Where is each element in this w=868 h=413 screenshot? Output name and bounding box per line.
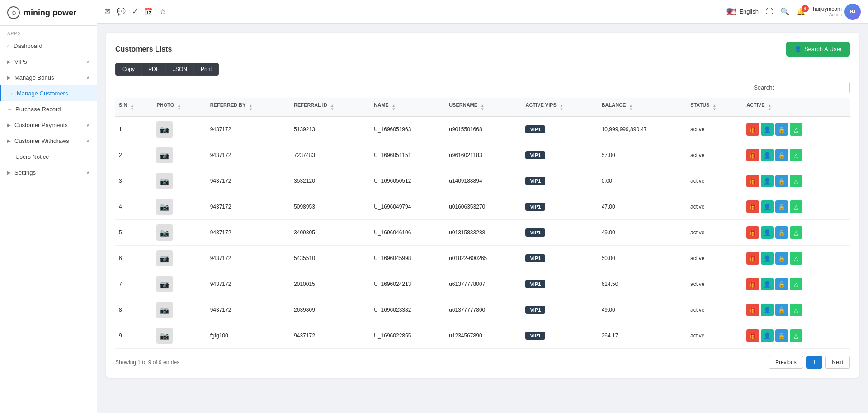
vip-badge: VIP1	[525, 125, 545, 133]
col-referral-id[interactable]: REFERRAL ID ▲▼	[290, 98, 370, 116]
customer-payments-arrow-icon: ▶	[7, 123, 11, 128]
user-button[interactable]: 👤	[761, 252, 774, 265]
manage-bonus-chevron-icon: ∧	[86, 75, 90, 80]
cell-photo: 📷	[153, 116, 206, 142]
notifications-icon[interactable]: 🔔 6	[797, 7, 806, 16]
customer-withdraws-arrow-icon: ▶	[7, 138, 11, 143]
cell-balance: 47.00	[598, 194, 687, 220]
gift-button[interactable]: 🎁	[746, 175, 759, 187]
gift-button[interactable]: 🎁	[746, 304, 759, 316]
cell-photo: 📷	[153, 168, 206, 194]
action-button[interactable]: △	[790, 123, 802, 136]
user-button[interactable]: 👤	[761, 329, 774, 342]
pdf-button[interactable]: PDF	[142, 63, 166, 76]
col-photo[interactable]: PHOTO ▲▼	[153, 98, 206, 116]
action-button[interactable]: △	[790, 252, 802, 265]
gift-button[interactable]: 🎁	[746, 329, 759, 342]
lock-button[interactable]: 🔒	[775, 278, 788, 290]
calendar-icon[interactable]: 📅	[144, 7, 153, 16]
sidebar-item-manage-bonus[interactable]: ▶ Manage Bonus ∧	[0, 70, 97, 85]
col-sn[interactable]: S.N ▲▼	[115, 98, 153, 116]
search-input[interactable]	[778, 82, 850, 93]
sidebar-item-dashboard[interactable]: ⌂ Dashboard	[0, 38, 97, 54]
action-button[interactable]: △	[790, 304, 802, 316]
copy-button[interactable]: Copy	[115, 63, 142, 76]
chat-icon[interactable]: 💬	[117, 7, 126, 16]
user-button[interactable]: 👤	[761, 304, 774, 316]
user-button[interactable]: 👤	[761, 175, 774, 187]
cell-balance: 49.00	[598, 297, 687, 323]
col-active[interactable]: ACTIVE ▲▼	[743, 98, 850, 116]
next-button[interactable]: Next	[825, 356, 850, 369]
gift-button[interactable]: 🎁	[746, 149, 759, 161]
sidebar-item-manage-customers[interactable]: → Manage Customers	[0, 85, 97, 101]
user-button[interactable]: 👤	[761, 226, 774, 239]
col-username[interactable]: USERNAME ▲▼	[445, 98, 522, 116]
user-button[interactable]: 👤	[761, 149, 774, 161]
cell-username: u01315833288	[445, 220, 522, 246]
gift-button[interactable]: 🎁	[746, 226, 759, 239]
gift-button[interactable]: 🎁	[746, 252, 759, 265]
cell-status: active	[687, 297, 743, 323]
camera-icon: 📷	[160, 125, 169, 134]
camera-icon: 📷	[160, 254, 169, 263]
photo-placeholder: 📷	[156, 199, 173, 215]
lock-button[interactable]: 🔒	[775, 123, 788, 136]
sidebar-item-users-notice[interactable]: → Users Notice	[0, 149, 97, 165]
action-button[interactable]: △	[790, 175, 802, 187]
action-button[interactable]: △	[790, 200, 802, 213]
lock-button[interactable]: 🔒	[775, 226, 788, 239]
print-button[interactable]: Print	[194, 63, 219, 76]
col-active-vips[interactable]: ACTIVE VIPS ▲▼	[522, 98, 598, 116]
cell-referral-id: 2639809	[290, 297, 370, 323]
lock-button[interactable]: 🔒	[775, 304, 788, 316]
col-referred-by[interactable]: REFERRED BY ▲▼	[207, 98, 290, 116]
user-button[interactable]: 👤	[761, 278, 774, 290]
sidebar-item-label: Dashboard	[14, 43, 90, 49]
search-user-button[interactable]: 👤 Search A User	[786, 42, 850, 57]
tasks-icon[interactable]: ✓	[132, 7, 138, 16]
table-row: 1 📷 9437172 5139213 U_1696051963 u901550…	[115, 116, 850, 142]
col-status[interactable]: STATUS ▲▼	[687, 98, 743, 116]
sidebar-item-purchase-record[interactable]: → Purchase Record	[0, 101, 97, 117]
vips-chevron-icon: ∧	[86, 59, 90, 64]
fullscreen-icon[interactable]: ⛶	[766, 8, 773, 16]
col-balance[interactable]: BALANCE ▲▼	[598, 98, 687, 116]
star-icon[interactable]: ☆	[160, 7, 166, 16]
avatar[interactable]: HJ	[844, 4, 861, 20]
sidebar-item-label: Manage Bonus	[14, 74, 86, 81]
action-button[interactable]: △	[790, 278, 802, 290]
lock-button[interactable]: 🔒	[775, 200, 788, 213]
language-selector[interactable]: 🇺🇸 English	[726, 7, 759, 17]
action-button[interactable]: △	[790, 226, 802, 239]
action-button[interactable]: △	[790, 149, 802, 161]
cell-active-vips: VIP1	[522, 246, 598, 271]
lock-button[interactable]: 🔒	[775, 329, 788, 342]
user-button[interactable]: 👤	[761, 123, 774, 136]
json-button[interactable]: JSON	[166, 63, 194, 76]
col-name[interactable]: NAME ▲▼	[370, 98, 445, 116]
lock-button[interactable]: 🔒	[775, 175, 788, 187]
gift-button[interactable]: 🎁	[746, 200, 759, 213]
search-label: Search:	[754, 84, 774, 91]
previous-button[interactable]: Previous	[769, 356, 803, 369]
search-icon[interactable]: 🔍	[780, 7, 789, 16]
cell-balance: 49.00	[598, 220, 687, 246]
sidebar-item-vips[interactable]: ▶ VIPs ∧	[0, 54, 97, 70]
sidebar-item-settings[interactable]: ▶ Settings ∧	[0, 165, 97, 180]
entries-info: Showing 1 to 9 of 9 entries	[115, 359, 179, 366]
sidebar-item-customer-payments[interactable]: ▶ Customer Payments ∧	[0, 117, 97, 133]
mail-icon[interactable]: ✉	[104, 7, 110, 16]
camera-icon: 📷	[160, 332, 169, 340]
lock-button[interactable]: 🔒	[775, 149, 788, 161]
sidebar-item-customer-withdraws[interactable]: ▶ Customer Withdraws ∧	[0, 133, 97, 149]
user-button[interactable]: 👤	[761, 200, 774, 213]
gift-button[interactable]: 🎁	[746, 278, 759, 290]
gift-button[interactable]: 🎁	[746, 123, 759, 136]
action-button[interactable]: △	[790, 329, 802, 342]
cell-name: U_1696024213	[370, 271, 445, 297]
page-1-button[interactable]: 1	[806, 356, 823, 369]
lock-button[interactable]: 🔒	[775, 252, 788, 265]
cell-balance: 10,999,999,890.47	[598, 116, 687, 142]
cell-photo: 📷	[153, 246, 206, 271]
